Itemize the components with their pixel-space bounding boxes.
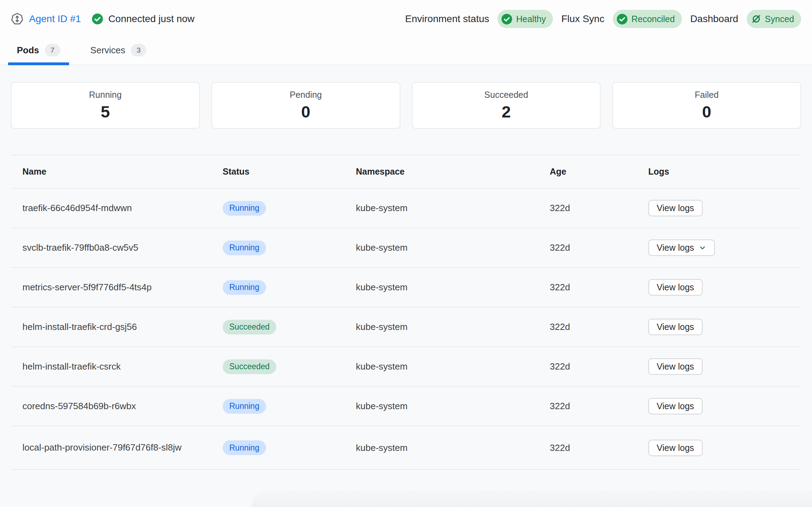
column-header-status: Status <box>223 167 356 177</box>
namespace-cell: kube-system <box>356 203 550 214</box>
stats-grid: Running 5 Pending 0 Succeeded 2 Failed 0 <box>11 82 801 129</box>
check-circle-icon <box>616 13 628 25</box>
age-cell: 322d <box>550 242 648 253</box>
namespace-cell: kube-system <box>356 242 550 253</box>
age-cell: 322d <box>550 361 648 372</box>
status-cell: Running <box>223 440 356 455</box>
logs-cell: View logs <box>648 200 801 216</box>
age-cell: 322d <box>550 203 648 214</box>
topbar: Agent ID #1 Connected just now Environme… <box>0 0 812 38</box>
logs-cell: View logs <box>648 398 801 414</box>
tab-count-badge: 7 <box>45 44 60 56</box>
pod-name-cell: metrics-server-5f9f776df5-4ts4p <box>22 281 223 293</box>
agent-id-link[interactable]: Agent ID #1 <box>29 13 81 25</box>
status-badge: Succeeded <box>223 359 276 374</box>
view-logs-button[interactable]: View logs <box>648 239 715 256</box>
namespace-cell: kube-system <box>356 282 550 293</box>
namespace-cell: kube-system <box>356 361 550 372</box>
age-cell: 322d <box>550 282 648 293</box>
age-cell: 322d <box>550 442 648 453</box>
env-status-badge: Healthy <box>498 10 553 28</box>
agent-icon <box>11 13 23 25</box>
table-row: traefik-66c46d954f-mdwwn Running kube-sy… <box>11 189 801 228</box>
view-logs-label: View logs <box>657 322 694 332</box>
status-cell: Succeeded <box>223 320 356 334</box>
view-logs-button[interactable]: View logs <box>648 358 703 375</box>
stat-label: Pending <box>290 90 322 100</box>
stat-card: Failed 0 <box>612 82 801 129</box>
check-circle-icon <box>92 13 103 25</box>
view-logs-button[interactable]: View logs <box>648 319 703 335</box>
status-badge: Running <box>223 241 266 255</box>
view-logs-label: View logs <box>657 203 694 213</box>
pod-name-text: local-path-provisioner-79f67d76f8-sl8jw <box>22 441 182 454</box>
flux-sync-label: Flux Sync <box>561 13 604 25</box>
pod-name-cell: coredns-597584b69b-r6wbx <box>22 400 223 412</box>
view-logs-label: View logs <box>657 282 694 292</box>
flux-sync-badge: Reconciled <box>613 10 682 28</box>
view-logs-button[interactable]: View logs <box>648 200 703 216</box>
status-badge: Running <box>223 280 266 295</box>
stat-value: 2 <box>502 102 511 121</box>
connection-status: Connected just now <box>92 13 195 25</box>
dashboard-label: Dashboard <box>690 13 738 25</box>
pod-name-cell: local-path-provisioner-79f67d76f8-sl8jw <box>22 441 223 454</box>
status-badge: Succeeded <box>223 320 276 334</box>
pod-name-text: helm-install-traefik-csrck <box>22 360 121 373</box>
tabs: Pods 7 Services 3 <box>0 38 812 65</box>
pod-name-cell: helm-install-traefik-crd-gsj56 <box>22 321 223 333</box>
table-row: helm-install-traefik-crd-gsj56 Succeeded… <box>11 307 801 347</box>
stat-value: 0 <box>301 102 310 121</box>
main-content: Running 5 Pending 0 Succeeded 2 Failed 0… <box>0 65 812 470</box>
status-badge: Running <box>223 399 266 414</box>
namespace-cell: kube-system <box>356 322 550 332</box>
logs-cell: View logs <box>648 440 801 456</box>
view-logs-button[interactable]: View logs <box>648 279 703 296</box>
table-row: coredns-597584b69b-r6wbx Running kube-sy… <box>11 387 801 426</box>
stat-label: Failed <box>695 90 719 100</box>
check-circle-icon <box>501 13 513 25</box>
chevron-down-icon <box>698 244 706 252</box>
agent-status-group: Agent ID #1 Connected just now <box>11 13 195 25</box>
view-logs-label: View logs <box>657 401 694 411</box>
age-cell: 322d <box>550 322 648 332</box>
view-logs-label: View logs <box>657 361 694 372</box>
logs-cell: View logs <box>648 239 801 256</box>
age-cell: 322d <box>550 401 648 412</box>
stat-label: Succeeded <box>484 90 528 100</box>
logs-cell: View logs <box>648 358 801 375</box>
status-cell: Running <box>223 201 356 216</box>
dashboard-badge: Synced <box>747 10 801 28</box>
pod-name-text: traefik-66c46d954f-mdwwn <box>22 202 132 214</box>
tab-count-badge: 3 <box>131 44 146 56</box>
tab[interactable]: Services 3 <box>82 38 155 65</box>
environment-status-group: Environment status Healthy Flux Sync <box>405 10 801 28</box>
tab[interactable]: Pods 7 <box>8 38 69 65</box>
column-header-namespace: Namespace <box>356 167 550 177</box>
dashboard-value: Synced <box>765 14 794 24</box>
table-row: svclb-traefik-79ffb0a8-cw5v5 Running kub… <box>11 228 801 268</box>
status-cell: Succeeded <box>223 359 356 374</box>
table-header-row: Name Status Namespace Age Logs <box>11 155 801 189</box>
table-row: helm-install-traefik-csrck Succeeded kub… <box>11 347 801 387</box>
flux-sync-value: Reconciled <box>631 14 675 24</box>
view-logs-button[interactable]: View logs <box>648 440 703 456</box>
view-logs-label: View logs <box>657 243 694 253</box>
pod-name-cell: traefik-66c46d954f-mdwwn <box>22 202 223 214</box>
table-row: local-path-provisioner-79f67d76f8-sl8jw … <box>11 426 801 470</box>
top-section: Agent ID #1 Connected just now Environme… <box>0 0 812 65</box>
status-cell: Running <box>223 399 356 414</box>
tab-label: Pods <box>17 45 39 56</box>
column-header-logs: Logs <box>648 167 801 177</box>
footer-panel-edge <box>252 490 812 507</box>
pod-name-text: svclb-traefik-79ffb0a8-cw5v5 <box>22 242 138 254</box>
sync-icon <box>751 14 762 24</box>
view-logs-button[interactable]: View logs <box>648 398 703 414</box>
pod-name-text: metrics-server-5f9f776df5-4ts4p <box>22 281 151 293</box>
status-badge: Running <box>223 440 266 455</box>
pod-name-text: helm-install-traefik-crd-gsj56 <box>22 321 137 333</box>
stat-value: 0 <box>702 102 711 121</box>
namespace-cell: kube-system <box>356 442 550 453</box>
logs-cell: View logs <box>648 319 801 335</box>
pod-name-cell: helm-install-traefik-csrck <box>22 360 223 373</box>
